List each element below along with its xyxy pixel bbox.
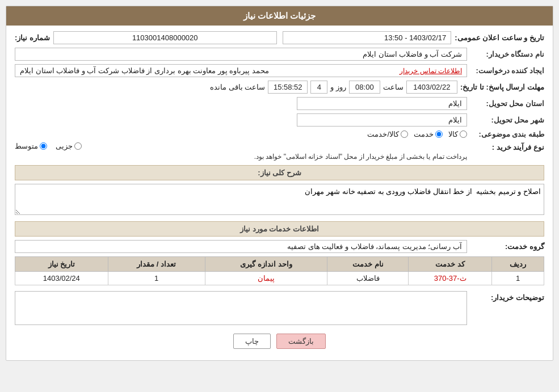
category-kala-khedmat-label: کالا/خدمت [367, 130, 399, 138]
purchase-jozee[interactable]: جزیی [56, 142, 82, 150]
services-table-head: ردیف کد خدمت نام خدمت واحد اندازه گیری ت… [15, 257, 544, 272]
deadline-time: 08:00 [349, 81, 380, 94]
cell-row-number: 1 [492, 272, 544, 285]
creator-row: ایجاد کننده درخواست: اطلاعات تماس خریدار… [15, 64, 544, 77]
category-kala[interactable]: کالا [448, 130, 467, 138]
button-row: بازگشت چاپ [15, 334, 544, 349]
back-button[interactable]: بازگشت [276, 334, 326, 349]
category-khedmat[interactable]: خدمت [414, 130, 443, 138]
buyer-org-label: نام دستگاه خریدار: [470, 50, 544, 58]
need-desc-section-title: شرح کلی نیاز: [15, 165, 544, 180]
city-value: ایلام [297, 113, 467, 127]
purchase-jozee-label: جزیی [56, 142, 73, 150]
deadline-days-label: روز و [330, 83, 346, 91]
cell-service-code: ث-37-370 [409, 272, 492, 285]
announce-date-col: تاریخ و ساعت اعلان عمومی: 1403/02/17 - 1… [283, 31, 545, 44]
buyer-desc-row: توضیحات خریدار: [15, 291, 544, 325]
purchase-motevaset[interactable]: متوسط [15, 142, 47, 150]
services-table: ردیف کد خدمت نام خدمت واحد اندازه گیری ت… [15, 256, 544, 285]
main-card: جزئیات اطلاعات نیاز تاریخ و ساعت اعلان ع… [6, 6, 553, 361]
province-row: استان محل تحویل: ایلام [15, 97, 544, 110]
city-label: شهر محل تحویل: [470, 116, 544, 124]
need-desc-title: شرح کلی نیاز: [258, 168, 301, 177]
group-service-row: گروه خدمت: آب رسانی؛ مدیریت پسماند، فاضل… [15, 240, 544, 253]
purchase-note: پرداخت تمام یا بخشی از مبلغ خریدار از مح… [15, 153, 467, 161]
need-number-value: 1103001408000020 [53, 31, 277, 44]
col-service-name: نام خدمت [327, 257, 409, 272]
category-radio-group: کالا/خدمت خدمت کالا [367, 130, 467, 138]
deadline-remaining: 15:58:52 [268, 81, 308, 94]
category-row: طبقه بندی موضوعی: کالا/خدمت خدمت کالا [15, 130, 544, 138]
deadline-row: مهلت ارسال پاسخ: تا تاریخ: 1403/02/22 سا… [15, 81, 544, 94]
purchase-motevaset-label: متوسط [15, 142, 38, 150]
cell-service-name: فاضلاب [327, 272, 409, 285]
deadline-remaining-label: ساعت باقی مانده [210, 83, 265, 91]
buyer-desc-section: توضیحات خریدار: [15, 291, 544, 325]
col-service-code: کد خدمت [409, 257, 492, 272]
group-service-label: گروه خدمت: [470, 242, 544, 251]
category-label: طبقه بندی موضوعی: [470, 130, 544, 138]
services-table-header-row: ردیف کد خدمت نام خدمت واحد اندازه گیری ت… [15, 257, 544, 272]
city-row: شهر محل تحویل: ایلام [15, 113, 544, 127]
creator-name: محمد پیرباوه پور معاونت بهره برداری از ف… [20, 66, 269, 75]
buyer-desc-label: توضیحات خریدار: [470, 291, 544, 302]
buyer-org-row: نام دستگاه خریدار: شرکت آب و فاضلاب استا… [15, 48, 544, 61]
buyer-org-value: شرکت آب و فاضلاب استان ایلام [15, 48, 467, 61]
card-body: تاریخ و ساعت اعلان عمومی: 1403/02/17 - 1… [6, 26, 553, 360]
province-value: ایلام [297, 97, 467, 110]
need-description-input[interactable] [15, 184, 544, 215]
print-button[interactable]: چاپ [233, 334, 271, 349]
creator-link[interactable]: اطلاعات تماس خریدار [400, 67, 462, 75]
need-number-label: شماره نیاز: [15, 33, 50, 42]
purchase-type-content: متوسط جزیی پرداخت تمام یا بخشی از مبلغ خ… [15, 142, 467, 161]
purchase-type-label: نوع فرآیند خرید : [470, 142, 544, 151]
services-title: اطلاعات خدمات مورد نیاز [240, 225, 319, 233]
announce-date-value: 1403/02/17 - 13:50 [283, 31, 452, 44]
purchase-type-row: نوع فرآیند خرید : متوسط جزیی پرداخت تمام… [15, 142, 544, 161]
purchase-type-radios: متوسط جزیی [15, 142, 467, 150]
buyer-desc-box [15, 291, 467, 325]
deadline-label: مهلت ارسال پاسخ: تا تاریخ: [460, 83, 544, 91]
deadline-date: 1403/02/22 [406, 81, 457, 94]
card-header: جزئیات اطلاعات نیاز [6, 6, 553, 26]
col-unit: واحد اندازه گیری [205, 257, 327, 272]
col-row-number: ردیف [492, 257, 544, 272]
need-description-row [15, 184, 544, 217]
group-service-value: آب رسانی؛ مدیریت پسماند، فاضلاب و فعالیت… [15, 240, 467, 253]
page-container: جزئیات اطلاعات نیاز تاریخ و ساعت اعلان ع… [0, 0, 559, 392]
table-row: 1 ث-37-370 فاضلاب پیمان 1 1403/02/24 [15, 272, 544, 285]
service-code-link[interactable]: ث-37-370 [434, 274, 466, 283]
col-date: تاریخ نیاز [15, 257, 108, 272]
deadline-days: 4 [310, 81, 327, 94]
unit-link[interactable]: پیمان [258, 274, 275, 283]
cell-date: 1403/02/24 [15, 272, 108, 285]
deadline-time-label: ساعت [383, 83, 404, 91]
category-kala-label: کالا [448, 130, 458, 138]
cell-unit: پیمان [205, 272, 327, 285]
need-number-col: 1103001408000020 شماره نیاز: [15, 31, 277, 44]
creator-label: ایجاد کننده درخواست: [470, 66, 544, 75]
services-section-title: اطلاعات خدمات مورد نیاز [15, 221, 544, 237]
need-description-wrapper [15, 184, 544, 217]
need-number-row: تاریخ و ساعت اعلان عمومی: 1403/02/17 - 1… [15, 31, 544, 44]
buyer-desc-wrapper [15, 291, 467, 325]
cell-quantity: 1 [108, 272, 205, 285]
col-quantity: تعداد / مقدار [108, 257, 205, 272]
page-title: جزئیات اطلاعات نیاز [243, 11, 316, 20]
province-label: استان محل تحویل: [470, 99, 544, 108]
category-khedmat-label: خدمت [414, 130, 434, 138]
services-table-body: 1 ث-37-370 فاضلاب پیمان 1 1403/02/24 [15, 272, 544, 285]
announce-date-label: تاریخ و ساعت اعلان عمومی: [455, 33, 544, 42]
category-kala-khedmat[interactable]: کالا/خدمت [367, 130, 408, 138]
creator-value: اطلاعات تماس خریدار محمد پیرباوه پور معا… [15, 64, 467, 77]
